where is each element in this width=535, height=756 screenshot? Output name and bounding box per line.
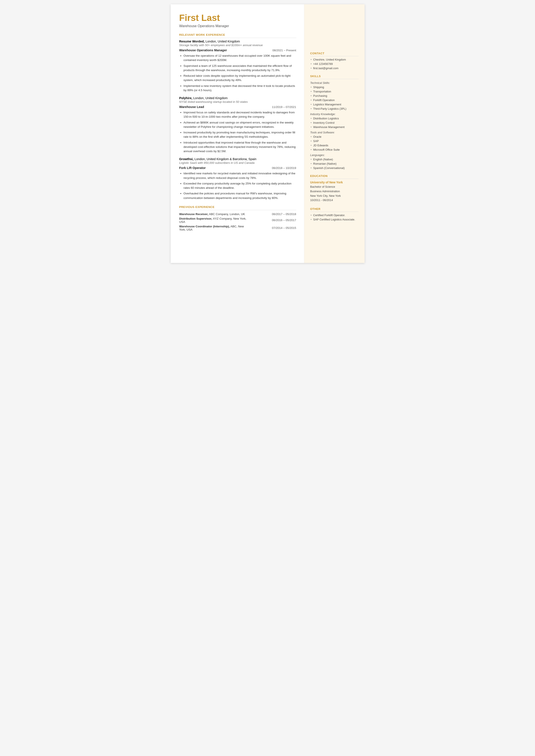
role-row-3: Fork Lift Operator 06/2018 – 10/2019 <box>179 166 296 170</box>
skill-1-3: Purchasing <box>310 94 358 98</box>
other-item-1: Certified Forklift Operator. <box>310 213 358 217</box>
contact-location: Cheshire, United Kingdom <box>310 58 358 61</box>
bullets-2: Improved focus on safety standards and d… <box>179 110 296 154</box>
job-block-3: Growthsi, London, United Kingdom & Barce… <box>179 157 296 200</box>
relevant-work-section: RELEVANT WORK EXPERIENCE Resume Worded, … <box>179 33 296 200</box>
skill-1-1: Shipping <box>310 86 358 89</box>
skills-cat-4: Languages: <box>310 154 358 157</box>
skills-list-2: Distribution Logistics Inventory Control… <box>310 117 358 129</box>
skill-3-4: Microsoft Office Suite <box>310 148 358 151</box>
other-list: Certified Forklift Operator. SAP Certifi… <box>310 213 358 221</box>
role-title-3: Fork Lift Operator <box>179 166 206 170</box>
prev-role-3: Warehouse Coordinator (Internship), ABC,… <box>179 224 249 232</box>
skill-1-5: Logistics Management <box>310 103 358 106</box>
role-title-1: Warehouse Operations Manager <box>179 48 227 52</box>
skill-2-3: Warehouse Management <box>310 126 358 129</box>
skill-1-6: Third-Party Logistics (3PL) <box>310 107 358 110</box>
edu-location: New York City, New York <box>310 194 341 197</box>
bullet-1-1: Oversaw the operations of 12 warehouses … <box>183 54 296 63</box>
previous-experience-section: PREVIOUS EXPERIENCE Warehouse Receiver, … <box>179 205 296 232</box>
skill-2-1: Distribution Logistics <box>310 117 358 120</box>
bullet-2-1: Improved focus on safety standards and d… <box>183 110 296 119</box>
bullet-3-1: Identified new markets for recycled mate… <box>183 171 296 180</box>
skills-title: SKILLS <box>310 74 358 79</box>
skills-list-3: Oracle SAP JD Edwards Microsoft Office S… <box>310 135 358 151</box>
right-column: CONTACT Cheshire, United Kingdom +44 123… <box>304 4 365 263</box>
bullets-3: Identified new markets for recycled mate… <box>179 171 296 200</box>
skill-1-2: Transportation <box>310 90 358 93</box>
employer-1-rest: London, United Kingdom <box>206 40 240 43</box>
employer-2-rest: London, United Kingdom <box>193 96 228 100</box>
edu-school: University of New York <box>310 181 358 184</box>
prev-row-1: Warehouse Receiver, ABC Company, London,… <box>179 212 296 216</box>
skill-4-3: Spanish (Conversational) <box>310 166 358 170</box>
education-title: EDUCATION <box>310 174 358 179</box>
prev-role-2-bold: Distribution Supervisor, <box>179 217 212 220</box>
role-date-2: 11/2019 – 07/2021 <box>272 105 296 109</box>
bullet-3-2: Exceeded the company productivity averag… <box>183 182 296 190</box>
employer-3-rest: London, United Kingdom & Barcelona, Spai… <box>194 157 256 161</box>
employer-1-tagline: Storage facility with 50+ employees and … <box>179 43 296 47</box>
skills-cat-1: Technical Skills: <box>310 81 358 84</box>
edu-field: Business Administration <box>310 190 340 193</box>
prev-row-3: Warehouse Coordinator (Internship), ABC,… <box>179 224 296 232</box>
employer-2-bold: Polyhire, <box>179 96 192 100</box>
other-item-2: SAP Certified Logistics Associate. <box>310 218 358 221</box>
bullet-1-3: Reduced labor costs despite opposition b… <box>183 74 296 83</box>
role-date-1: 08/2021 – Present <box>272 49 296 52</box>
employer-1-bold: Resume Worded, <box>179 40 205 43</box>
employer-1-name: Resume Worded, London, United Kingdom <box>179 40 296 43</box>
contact-list: Cheshire, United Kingdom +44 123456789 f… <box>310 58 358 70</box>
prev-date-3: 07/2014 – 05/2015 <box>249 224 296 232</box>
other-title: OTHER <box>310 207 358 212</box>
previous-experience-title: PREVIOUS EXPERIENCE <box>179 205 296 210</box>
bullet-2-2: Achieved an $890K annual cost savings on… <box>183 121 296 129</box>
resume-page: First Last Warehouse Operations Manager … <box>171 4 365 263</box>
skill-1-4: Forklift Operation <box>310 98 358 102</box>
skills-list-4: English (Native) Romanian (Native) Spani… <box>310 158 358 170</box>
prev-role-1-rest: ABC Company, London, UK <box>209 212 245 216</box>
contact-section: CONTACT Cheshire, United Kingdom +44 123… <box>310 52 358 70</box>
skills-section: SKILLS Technical Skills: Shipping Transp… <box>310 74 358 170</box>
prev-role-1-bold: Warehouse Receiver, <box>179 212 208 216</box>
employer-3-tagline: Logistic SaaS with 950,000 subscribers i… <box>179 161 296 164</box>
role-row-2: Warehouse Lead 11/2019 – 07/2021 <box>179 105 296 109</box>
left-column: First Last Warehouse Operations Manager … <box>171 4 304 263</box>
employer-2-name: Polyhire, London, United Kingdom <box>179 96 296 100</box>
contact-email: first.last@gmail.com <box>310 67 358 70</box>
bullets-1: Oversaw the operations of 12 warehouses … <box>179 54 296 93</box>
employer-2-tagline: NYSE-listed warehousing startup located … <box>179 100 296 103</box>
role-row-1: Warehouse Operations Manager 08/2021 – P… <box>179 48 296 52</box>
job-block-1: Resume Worded, London, United Kingdom St… <box>179 40 296 93</box>
bullet-2-3: Increased productivity by promoting lean… <box>183 130 296 139</box>
skill-4-1: English (Native) <box>310 158 358 161</box>
edu-dates: 10/2011 - 06/2014 <box>310 199 333 202</box>
skill-3-3: JD Edwards <box>310 144 358 147</box>
bullet-3-3: Overhauled the policies and procedures m… <box>183 191 296 200</box>
skills-cat-3: Tools and Software: <box>310 131 358 134</box>
bullet-1-4: Implemented a new inventory system that … <box>183 84 296 93</box>
candidate-title: Warehouse Operations Manager <box>179 24 296 28</box>
employer-3-bold: Growthsi, <box>179 157 194 161</box>
bullet-2-4: Introduced opportunities that improved m… <box>183 141 296 154</box>
skill-4-2: Romanian (Native) <box>310 162 358 165</box>
contact-title: CONTACT <box>310 52 358 56</box>
job-block-2: Polyhire, London, United Kingdom NYSE-li… <box>179 96 296 154</box>
relevant-work-title: RELEVANT WORK EXPERIENCE <box>179 33 296 38</box>
prev-date-1: 06/2017 – 05/2018 <box>249 212 296 216</box>
prev-role-2: Distribution Supervisor, XYZ Company, Ne… <box>179 216 249 224</box>
edu-details: Bachelor of Science Business Administrat… <box>310 185 358 203</box>
skills-cat-2: Industry Knowledge: <box>310 113 358 116</box>
prev-role-1: Warehouse Receiver, ABC Company, London,… <box>179 212 249 216</box>
bullet-1-2: Supervised a team of 125 warehouse assoc… <box>183 64 296 72</box>
previous-table: Warehouse Receiver, ABC Company, London,… <box>179 212 296 232</box>
skill-3-1: Oracle <box>310 135 358 138</box>
prev-row-2: Distribution Supervisor, XYZ Company, Ne… <box>179 216 296 224</box>
skill-3-2: SAP <box>310 139 358 143</box>
skill-2-2: Inventory Control <box>310 121 358 124</box>
prev-role-3-bold: Warehouse Coordinator (Internship), <box>179 225 230 228</box>
other-section: OTHER Certified Forklift Operator. SAP C… <box>310 207 358 221</box>
contact-phone: +44 123456789 <box>310 62 358 66</box>
skills-list-1: Shipping Transportation Purchasing Forkl… <box>310 86 358 110</box>
role-date-3: 06/2018 – 10/2019 <box>272 166 296 170</box>
